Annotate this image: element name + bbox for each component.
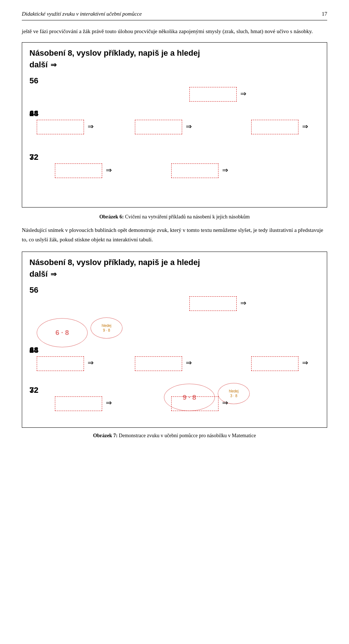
bubble-hledej-9x8-text: hledej9 · 8: [102, 323, 112, 333]
box2-48[interactable]: [37, 356, 84, 371]
arrow2-32-icon: ⇒: [106, 398, 112, 407]
caption-2: Obrázek 7: Demonstrace zvuku v učební po…: [22, 433, 327, 439]
box-56[interactable]: [189, 87, 237, 102]
arrow2-72-icon: ⇒: [222, 398, 228, 407]
num2-24: 24: [29, 345, 38, 355]
page: Didaktické využití zvuku v interaktivní …: [0, 0, 349, 453]
exercise-title-1: Násobení 8, vyslov příklady, napiš je a …: [29, 48, 320, 58]
exercise-grid-1: 56 ⇒ 48 ⇒ 64 ⇒ 24 ⇒ 32 ⇒ 72 ⇒: [29, 76, 320, 200]
arrow-32-icon: ⇒: [106, 166, 112, 174]
exercise-subtitle-text-2: další: [29, 269, 48, 279]
arrow-72-icon: ⇒: [222, 166, 228, 174]
intro-paragraph: ještě ve fázi procvičování a žák právě t…: [22, 27, 327, 36]
box-48[interactable]: [37, 120, 84, 134]
num-24: 24: [29, 109, 38, 118]
caption-2-label: Obrázek 7:: [93, 433, 117, 438]
arrow2-64-icon: ⇒: [186, 358, 192, 367]
box-72[interactable]: [171, 163, 218, 178]
num2-56: 56: [29, 285, 38, 295]
box2-72[interactable]: [171, 396, 218, 411]
caption-1-label: Obrázek 6:: [99, 214, 124, 220]
header-title: Didaktické využití zvuku v interaktivní …: [22, 11, 142, 17]
caption-1: Obrázek 6: Cvičení na vytváření příkladů…: [22, 214, 327, 220]
caption-1-text: Cvičení na vytváření příkladů na násoben…: [125, 214, 250, 220]
box2-64[interactable]: [135, 356, 182, 371]
bubble-6x8[interactable]: 6 · 8: [37, 318, 88, 347]
box-24[interactable]: [251, 120, 298, 134]
arrow2-24-icon: ⇒: [302, 358, 308, 367]
box-32[interactable]: [55, 163, 102, 178]
box2-56[interactable]: [189, 296, 237, 311]
arrow-24-icon: ⇒: [302, 122, 308, 131]
arrow2-56-icon: ⇒: [240, 299, 246, 307]
arrow-48-icon: ⇒: [88, 122, 94, 131]
bubble-6x8-text: 6 · 8: [56, 329, 69, 337]
subtitle-arrow-icon: ⇒: [51, 60, 57, 69]
box-64[interactable]: [135, 120, 182, 134]
num-72: 72: [29, 153, 38, 162]
bubble-hledej-9x8[interactable]: hledej9 · 8: [91, 317, 123, 339]
arrow-64-icon: ⇒: [186, 122, 192, 131]
exercise-title-2: Násobení 8, vyslov příklady, napiš je a …: [29, 258, 320, 267]
body-text: Následující snímek v plovoucích bublinác…: [22, 226, 327, 244]
bubble-hledej-3x8-text: hledej3 · 8: [229, 389, 239, 398]
page-number: 17: [322, 11, 327, 17]
exercise-subtitle-1: další ⇒: [29, 60, 320, 70]
caption-2-text: Demonstrace zvuku v učební pomůcce pro n…: [119, 433, 256, 438]
exercise-box-2: Násobení 8, vyslov příklady, napiš je a …: [22, 252, 327, 428]
arrow2-48-icon: ⇒: [88, 358, 94, 367]
page-header: Didaktické využití zvuku v interaktivní …: [22, 11, 327, 20]
box2-32[interactable]: [55, 396, 102, 411]
exercise-subtitle-2: další ⇒: [29, 269, 320, 279]
subtitle-arrow-icon-2: ⇒: [51, 270, 57, 278]
box2-24[interactable]: [251, 356, 298, 371]
num2-72: 72: [29, 386, 38, 395]
exercise-subtitle-text: další: [29, 60, 48, 70]
exercise-box-1: Násobení 8, vyslov příklady, napiš je a …: [22, 42, 327, 208]
exercise-grid-2: 56 ⇒ 6 · 8 hledej9 · 8 48 ⇒ 64 ⇒ 24 ⇒: [29, 285, 320, 420]
num-56: 56: [29, 76, 38, 86]
arrow-56-icon: ⇒: [240, 89, 246, 98]
